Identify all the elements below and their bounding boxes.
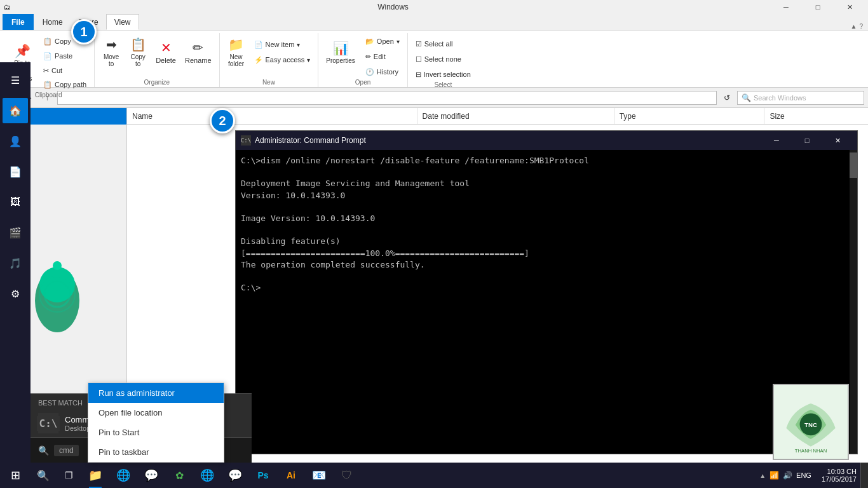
open-label: Open xyxy=(322,79,403,87)
sidebar-home-icon[interactable]: 🏠 xyxy=(3,98,28,123)
sidebar-music-icon[interactable]: 🎵 xyxy=(3,250,28,276)
sidebar-user-icon[interactable]: 👤 xyxy=(3,128,28,154)
column-size[interactable]: Size xyxy=(764,108,868,124)
context-run-as-admin[interactable]: Run as administrator xyxy=(88,383,224,403)
cmd-output: C:\>dism /online /norestart /disable-fea… xyxy=(241,155,852,294)
minimize-button[interactable]: ─ xyxy=(771,0,801,14)
sidebar-hamburger-icon[interactable]: ☰ xyxy=(3,67,28,93)
invert-selection-button[interactable]: ⊟ Invert selection xyxy=(412,67,475,81)
start-left-panel: ☰ 🏠 👤 📄 🖼 🎬 🎵 ⚙ xyxy=(0,62,31,463)
tab-view[interactable]: View xyxy=(106,14,139,30)
taskbar-app-3[interactable]: ✿ xyxy=(165,463,193,488)
sidebar-docs-icon[interactable]: 📄 xyxy=(3,159,28,184)
ribbon-row-new: 📁 Newfolder 📄 New item ▾ ⚡ Easy access ▾ xyxy=(224,34,315,70)
taskbar-show-desktop[interactable] xyxy=(860,463,868,488)
edit-icon: ✏ xyxy=(365,53,371,61)
select-all-button[interactable]: ☑ Select all xyxy=(412,37,475,51)
cmd-scrollbar[interactable] xyxy=(850,150,857,454)
history-icon: 🕐 xyxy=(365,68,374,76)
cmd-title-controls: ─ □ ✕ xyxy=(762,131,852,150)
copy-path-icon: 📋 xyxy=(43,81,52,89)
cmd-maximize-button[interactable]: □ xyxy=(792,131,822,150)
column-date[interactable]: Date modified xyxy=(417,108,614,124)
edit-button[interactable]: ✏ Edit xyxy=(362,50,403,64)
taskbar-file-explorer[interactable]: 📁 xyxy=(81,463,109,488)
taskbar-network[interactable]: 📶 xyxy=(770,471,779,480)
delete-button[interactable]: ✕ Delete xyxy=(152,34,180,70)
window-title: Windows xyxy=(15,3,771,11)
window-icon: 🗂 xyxy=(4,3,11,11)
rename-button[interactable]: ✏ Rename xyxy=(181,34,215,70)
column-name[interactable]: Name xyxy=(127,108,417,124)
taskbar-skype[interactable]: 💬 xyxy=(221,463,249,488)
context-pin-to-taskbar[interactable]: Pin to taskbar xyxy=(88,442,224,462)
refresh-button[interactable]: ↺ xyxy=(719,90,735,105)
cmd-minimize-button[interactable]: ─ xyxy=(762,131,791,150)
cmd-body[interactable]: C:\>dism /online /norestart /disable-fea… xyxy=(236,150,857,454)
taskbar-app-7[interactable]: 📧 xyxy=(305,463,333,488)
invert-icon: ⊟ xyxy=(416,71,421,79)
copy-path-button[interactable]: 📋 Copy path xyxy=(39,78,90,92)
taskbar-viber[interactable]: 💬 xyxy=(137,463,165,488)
taskbar-notifications[interactable]: ▲ xyxy=(759,472,766,479)
taskbar-volume[interactable]: 🔊 xyxy=(783,471,792,480)
svg-text:THANH NHAN: THANH NHAN xyxy=(795,448,827,454)
taskbar-photoshop[interactable]: Ps xyxy=(249,463,277,488)
delete-icon: ✕ xyxy=(161,40,172,55)
history-button[interactable]: 🕐 History xyxy=(362,65,403,79)
step-indicator-1: 1 xyxy=(71,19,97,44)
cut-button[interactable]: ✂ Cut xyxy=(39,64,90,78)
scissors-icon: ✂ xyxy=(43,67,49,75)
tab-file[interactable]: File xyxy=(3,14,34,30)
search-box-icon: 🔍 xyxy=(742,93,751,102)
properties-button[interactable]: 📊 Properties xyxy=(322,34,359,70)
new-item-button[interactable]: 📄 New item ▾ xyxy=(250,37,315,51)
copy-to-button[interactable]: 📋 Copyto xyxy=(125,34,151,70)
column-type[interactable]: Type xyxy=(614,108,765,124)
ribbon-group-open: 📊 Properties 📂 Open ▾ ✏ Edit 🕐 xyxy=(318,33,408,87)
taskbar-clock[interactable]: 10:03 CH 17/05/2017 xyxy=(818,468,860,483)
cmd-search-tag[interactable]: cmd xyxy=(54,445,79,456)
taskbar-app-8[interactable]: 🛡 xyxy=(333,463,361,488)
new-folder-icon: 📁 xyxy=(228,37,244,52)
move-button[interactable]: ➡ Moveto xyxy=(98,34,124,70)
pin-icon: 📌 xyxy=(15,43,31,58)
taskbar-task-view-button[interactable]: ❐ xyxy=(56,463,81,488)
sidebar-pictures-icon[interactable]: 🖼 xyxy=(3,189,28,215)
copy-icon: 📋 xyxy=(43,37,52,46)
sidebar-video-icon[interactable]: 🎬 xyxy=(3,220,28,245)
paste-button[interactable]: 📄 Paste xyxy=(39,49,90,63)
sidebar-settings-icon[interactable]: ⚙ xyxy=(3,281,28,306)
cmd-scrollbar-thumb[interactable] xyxy=(850,152,857,178)
context-open-file-location[interactable]: Open file location xyxy=(88,403,224,423)
tab-home[interactable]: Home xyxy=(35,14,71,30)
cmd-close-button[interactable]: ✕ xyxy=(823,131,852,150)
taskbar-edge[interactable]: 🌐 xyxy=(109,463,137,488)
new-folder-button[interactable]: 📁 Newfolder xyxy=(224,34,249,70)
search-box[interactable]: 🔍 Search Windows xyxy=(737,91,864,105)
close-button[interactable]: ✕ xyxy=(835,0,864,14)
select-none-button[interactable]: ☐ Select none xyxy=(412,52,475,66)
taskbar-apps: 📁 🌐 💬 ✿ 🌐 💬 Ps Ai 📧 🛡 xyxy=(81,463,753,488)
taskbar-chrome[interactable]: 🌐 xyxy=(193,463,221,488)
taskbar-systray: ▲ 📶 🔊 ENG xyxy=(753,471,818,480)
start-button[interactable]: ⊞ xyxy=(0,463,31,488)
ribbon-group-new: 📁 Newfolder 📄 New item ▾ ⚡ Easy access ▾ xyxy=(220,33,319,87)
help-icon: ? xyxy=(859,23,863,30)
cmd-title-text: Administrator: Command Prompt xyxy=(255,136,762,145)
ribbon-expand-icon: ▲ xyxy=(851,23,857,30)
ribbon-row-organize: ➡ Moveto 📋 Copyto ✕ Delete ✏ Rename xyxy=(98,34,215,70)
svg-point-3 xyxy=(53,261,62,270)
easy-access-button[interactable]: ⚡ Easy access ▾ xyxy=(250,53,315,67)
address-box[interactable] xyxy=(57,91,717,105)
hand-pointer-illustration xyxy=(29,259,86,342)
new-item-icon: 📄 xyxy=(254,41,263,49)
taskbar-illustrator[interactable]: Ai xyxy=(277,463,305,488)
context-pin-to-start[interactable]: Pin to Start xyxy=(88,423,224,442)
taskbar-language[interactable]: ENG xyxy=(796,471,811,479)
properties-icon: 📊 xyxy=(333,41,349,56)
taskbar-search-button[interactable]: 🔍 xyxy=(31,463,56,488)
maximize-button[interactable]: □ xyxy=(803,0,832,14)
address-bar-area: ← → ↑ ↺ 🔍 Search Windows xyxy=(0,88,868,108)
open-button[interactable]: 📂 Open ▾ xyxy=(362,34,403,48)
